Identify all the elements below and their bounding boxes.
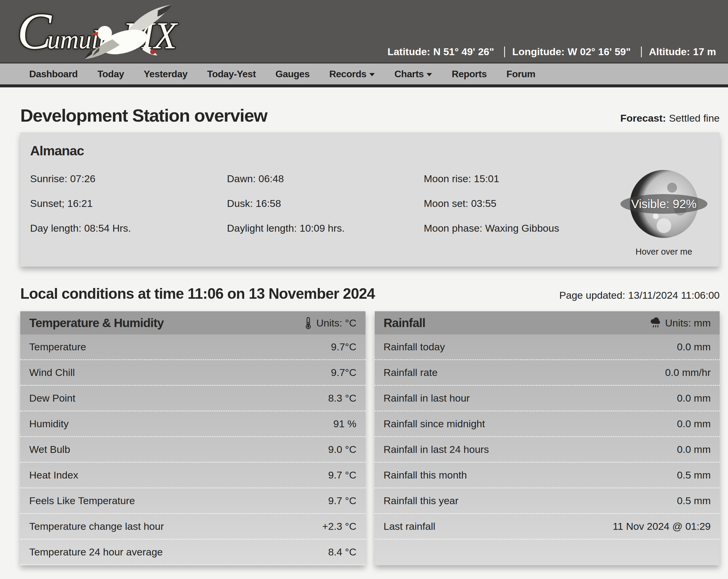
almanac-sun-column: Sunrise: 07:26 Sunset; 16:21 Day length:…: [30, 173, 227, 257]
longitude-value: W 02° 16' 59": [568, 46, 631, 57]
table-row: Wind Chill9.7°C: [20, 360, 365, 386]
thermometer-icon: [304, 317, 313, 329]
row-value: +2.3 °C: [322, 521, 357, 532]
dawn: Dawn: 06:48: [227, 173, 424, 185]
almanac-daylight-column: Dawn: 06:48 Dusk: 16:58 Daylight length:…: [227, 173, 424, 257]
local-conditions-heading: Local conditions at time 11:06 on 13 Nov…: [20, 285, 375, 302]
sunrise: Sunrise: 07:26: [30, 173, 227, 185]
row-label: Rainfall rate: [384, 367, 438, 378]
moon-set: Moon set: 03:55: [424, 198, 620, 209]
row-label: Temperature 24 hour average: [29, 546, 163, 558]
nav-item-charts[interactable]: Charts: [385, 69, 442, 80]
table-row: Heat Index9.7 °C: [20, 463, 365, 489]
almanac-panel: Almanac Sunrise: 07:26 Sunset; 16:21 Day…: [20, 132, 720, 267]
nav-item-forum[interactable]: Forum: [497, 69, 545, 80]
nav-label: Today-Yest: [207, 69, 256, 80]
row-value: 9.7 °C: [328, 495, 357, 506]
temperature-panel-title: Temperature & Humidity: [29, 316, 164, 330]
row-value: 9.7°C: [331, 367, 356, 378]
page-updated: Page updated:13/11/2024 11:06:00: [559, 290, 720, 301]
nav-item-gauges[interactable]: Gauges: [266, 69, 319, 80]
almanac-title: Almanac: [30, 143, 720, 159]
longitude: Longitude:W 02° 16' 59": [512, 46, 633, 57]
rainfall-table: Rainfall today0.0 mm Rainfall rate0.0 mm…: [375, 335, 720, 565]
row-label: Wind Chill: [29, 367, 75, 378]
almanac-moon-column: Moon rise: 15:01 Moon set: 03:55 Moon ph…: [424, 173, 620, 257]
temperature-units: Units: °C: [304, 317, 357, 329]
row-label: Rainfall this year: [384, 495, 459, 506]
rain-cloud-icon: [650, 317, 661, 329]
title-row: Development Station overview Forecast:Se…: [20, 105, 720, 126]
temperature-panel-header: Temperature & Humidity Units: °C: [20, 311, 365, 335]
table-row: Rainfall this month0.5 mm: [375, 463, 720, 489]
row-label: Rainfall in last hour: [384, 392, 470, 404]
almanac-body: Sunrise: 07:26 Sunset; 16:21 Day length:…: [30, 159, 720, 257]
day-length: Day length: 08:54 Hrs.: [30, 222, 227, 234]
nav-item-reports[interactable]: Reports: [442, 69, 496, 80]
row-value: 8.3 °C: [328, 392, 357, 404]
station-location-bar: Latitude:N 51° 49' 26" Longitude:W 02° 1…: [388, 46, 719, 57]
chevron-down-icon: [426, 73, 432, 76]
moon-visible-label: Visible: 92%: [631, 198, 696, 211]
table-row: Rainfall since midnight0.0 mm: [375, 412, 720, 437]
moon-image[interactable]: Visible: 92%: [630, 170, 698, 238]
row-label: Heat Index: [29, 469, 78, 481]
row-label: Rainfall this month: [384, 469, 467, 481]
row-label: Rainfall in last 24 hours: [384, 444, 489, 455]
sunset: Sunset; 16:21: [30, 198, 227, 209]
nav-item-records[interactable]: Records: [319, 69, 385, 80]
table-row: Rainfall in last hour0.0 mm: [375, 386, 720, 412]
table-row: Rainfall this year0.5 mm: [375, 489, 720, 514]
altitude-label: Altitude:: [649, 46, 690, 57]
page-updated-label: Page updated:: [559, 290, 625, 301]
rainfall-panel-header: Rainfall Units: mm: [375, 311, 720, 335]
nav-item-today-yest[interactable]: Today-Yest: [197, 69, 266, 80]
row-label: Humidity: [29, 418, 69, 430]
row-value: 91 %: [333, 418, 357, 430]
row-value: 0.0 mm: [677, 341, 711, 353]
altitude: Altitude:17 m: [649, 46, 719, 57]
row-label: Last rainfall: [384, 521, 436, 532]
table-row: Temperature change last hour+2.3 °C: [20, 514, 365, 539]
latitude: Latitude:N 51° 49' 26": [388, 46, 497, 57]
table-row: Wet Bulb9.0 °C: [20, 437, 365, 463]
local-conditions-row: Local conditions at time 11:06 on 13 Nov…: [20, 285, 720, 302]
row-value: 9.7°C: [331, 341, 356, 353]
table-row: Rainfall rate0.0 mm/hr: [375, 360, 720, 386]
moon-block: Visible: 92% Hover over me: [621, 170, 707, 257]
row-value: 9.7 °C: [328, 469, 357, 481]
forecast-value: Settled fine: [669, 112, 720, 124]
table-row: Rainfall in last 24 hours0.0 mm: [375, 437, 720, 463]
temperature-units-label: Units: °C: [316, 317, 357, 329]
rainfall-panel: Rainfall Units: mm Rainfall today0.0 mm …: [375, 311, 720, 565]
row-label: Wet Bulb: [29, 444, 70, 455]
row-value: 0.0 mm: [677, 444, 711, 455]
divider: [641, 47, 642, 57]
daylight-length: Daylight length: 10:09 hrs.: [227, 222, 424, 234]
row-value: 8.4 °C: [328, 546, 357, 558]
row-value: 0.5 mm: [677, 495, 711, 506]
row-label: Rainfall today: [384, 341, 445, 353]
nav-label: Reports: [452, 69, 487, 80]
seagull-icon: [62, 1, 202, 78]
rainfall-units: Units: mm: [650, 317, 711, 329]
moon-visible-badge: Visible: 92%: [620, 194, 707, 214]
table-row: Temperature 24 hour average8.4 °C: [20, 539, 365, 565]
table-row: Last rainfall11 Nov 2024 @ 01:29: [375, 514, 720, 539]
table-row: Rainfall today0.0 mm: [375, 335, 720, 360]
latitude-label: Latitude:: [388, 46, 431, 57]
nav-label: Gauges: [276, 69, 309, 80]
table-row: Temperature9.7°C: [20, 335, 365, 360]
row-label: Feels Like Temperature: [29, 495, 135, 506]
nav-divider-bar: [0, 84, 728, 87]
nav-label: Charts: [394, 69, 424, 80]
dusk: Dusk: 16:58: [227, 198, 424, 209]
main-content: Development Station overview Forecast:Se…: [20, 105, 720, 565]
longitude-label: Longitude:: [512, 46, 565, 57]
logo-letter-c: C: [17, 1, 52, 61]
table-row: Humidity91 %: [20, 412, 365, 437]
moon-rise: Moon rise: 15:01: [424, 173, 620, 185]
site-header: C umulus MX Latitude:N 51° 49' 26" Longi…: [0, 0, 728, 63]
row-label: Rainfall since midnight: [384, 418, 485, 430]
forecast-label: Forecast:: [620, 112, 666, 124]
